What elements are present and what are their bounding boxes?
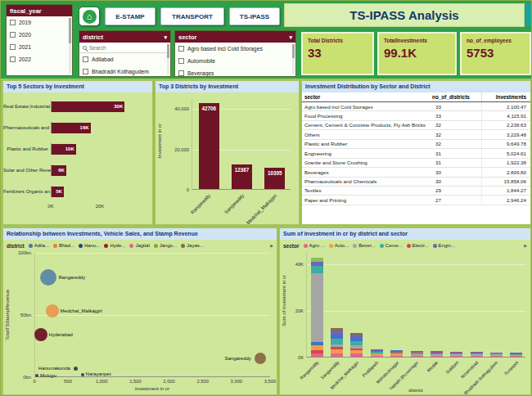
scrollbar[interactable]: [292, 44, 295, 74]
table-row[interactable]: Cement, Cement & Concrete Products, Fly …: [302, 121, 530, 130]
bar-segment[interactable]: [311, 353, 323, 357]
fiscal-year-option[interactable]: 2022: [7, 53, 72, 65]
legend-item[interactable]: Jayas...: [181, 243, 204, 248]
checkbox-icon[interactable]: [10, 44, 16, 50]
table-row[interactable]: Engineering315,024.61: [302, 149, 530, 158]
sector-option[interactable]: Agro based incl Cold Storages: [175, 43, 295, 55]
table-row[interactable]: Granite and Stone Crushing311,922.38: [302, 159, 530, 168]
tsipass-nav-button[interactable]: TS-IPASS: [229, 7, 280, 25]
chevron-down-icon[interactable]: ▾: [164, 34, 167, 40]
legend-scroll-arrow-icon[interactable]: ▶: [270, 243, 273, 248]
bar[interactable]: 12367: [232, 164, 252, 190]
bar-segment[interactable]: [390, 356, 403, 357]
data-point[interactable]: [34, 328, 47, 341]
column-header[interactable]: Investments: [481, 92, 530, 101]
bar[interactable]: 6K: [52, 165, 66, 176]
sector-option[interactable]: Automobile: [175, 55, 295, 67]
scrollbar-thumb[interactable]: [292, 44, 295, 58]
stacked-bar[interactable]: [350, 333, 363, 358]
data-point[interactable]: [255, 353, 266, 364]
district-slicer-header[interactable]: district ▾: [79, 31, 170, 43]
checkbox-icon[interactable]: [10, 20, 16, 25]
legend-item[interactable]: Adila...: [29, 243, 49, 248]
fiscal-year-slicer-header[interactable]: fiscal_year: [7, 5, 72, 16]
bar[interactable]: 42706: [199, 103, 219, 189]
fiscal-year-option[interactable]: 2019: [7, 16, 72, 29]
legend-item[interactable]: Auto...: [329, 243, 349, 248]
legend-item[interactable]: Bhad...: [53, 243, 74, 248]
table-row[interactable]: Agro based incl Cold Storages332,100.47: [302, 102, 530, 111]
table-row[interactable]: Beverages302,809.80: [302, 168, 530, 177]
stacked-bar[interactable]: [331, 328, 343, 357]
bar-segment[interactable]: [331, 339, 343, 344]
checkbox-icon[interactable]: [178, 46, 184, 52]
stacked-bar[interactable]: [371, 349, 383, 357]
scrollbar[interactable]: [69, 18, 71, 74]
bar-segment[interactable]: [371, 356, 383, 357]
stacked-bar[interactable]: [490, 353, 503, 357]
bar-segment[interactable]: [311, 266, 323, 273]
legend-item[interactable]: Jagtial: [129, 243, 149, 248]
data-point[interactable]: [74, 367, 78, 371]
data-point[interactable]: [35, 374, 38, 377]
estamp-nav-button[interactable]: E-STAMP: [105, 7, 156, 25]
checkbox-icon[interactable]: [10, 56, 16, 62]
table-row[interactable]: Food Processing334,115.91: [302, 111, 530, 120]
legend-scroll-arrow-icon[interactable]: ▶: [524, 243, 527, 248]
stacked-bar[interactable]: [510, 353, 522, 357]
district-option[interactable]: Bhadradri Kothagudem: [79, 65, 170, 77]
table-row[interactable]: Paper and Printing272,946.24: [302, 196, 530, 205]
stacked-bar[interactable]: [431, 351, 443, 357]
transport-nav-button[interactable]: TRANSPORT: [160, 7, 224, 25]
data-point[interactable]: [40, 269, 56, 286]
bar-segment[interactable]: [450, 356, 462, 357]
scrollbar-thumb[interactable]: [167, 44, 169, 58]
table-row[interactable]: Others323,229.48: [302, 130, 530, 139]
legend-item[interactable]: Agro ...: [304, 243, 325, 248]
table-row[interactable]: Pharmaceuticals and Chemicals3015,858.06: [302, 178, 530, 187]
stacked-bar[interactable]: [471, 352, 483, 357]
district-option[interactable]: Adilabad: [79, 53, 170, 65]
bar[interactable]: 10K: [52, 144, 76, 155]
column-header[interactable]: no_of_districts: [429, 92, 481, 101]
fiscal-year-option[interactable]: 2020: [7, 29, 72, 41]
data-point[interactable]: [46, 304, 59, 317]
bar-segment[interactable]: [331, 353, 343, 357]
bar-segment[interactable]: [471, 356, 483, 357]
legend-item[interactable]: Hanu...: [79, 243, 100, 248]
chevron-down-icon[interactable]: ▾: [289, 34, 292, 40]
stacked-bar[interactable]: [311, 258, 323, 357]
home-button[interactable]: ⌂: [79, 7, 100, 26]
checkbox-icon[interactable]: [83, 69, 88, 74]
legend-item[interactable]: Hyde...: [104, 243, 125, 248]
scrollbar[interactable]: [167, 44, 169, 74]
scrollbar-thumb[interactable]: [69, 18, 71, 43]
fiscal-year-option[interactable]: 2021: [7, 41, 72, 53]
stacked-bar[interactable]: [411, 351, 423, 357]
bar-segment[interactable]: [350, 353, 363, 357]
district-search-input[interactable]: [89, 45, 155, 51]
bar-segment[interactable]: [311, 273, 323, 342]
legend-item[interactable]: Bever...: [353, 243, 375, 248]
legend-item[interactable]: Electr...: [407, 243, 429, 248]
bar[interactable]: 30K: [52, 101, 124, 112]
checkbox-icon[interactable]: [178, 70, 184, 76]
table-row[interactable]: Textiles291,844.27: [302, 187, 530, 196]
bar[interactable]: 5K: [52, 187, 64, 197]
column-header[interactable]: sector: [302, 92, 429, 101]
bar-segment[interactable]: [510, 356, 522, 357]
sector-slicer-header[interactable]: sector ▾: [175, 31, 295, 43]
data-point[interactable]: [81, 373, 84, 376]
bar-segment[interactable]: [411, 356, 423, 357]
checkbox-icon[interactable]: [178, 58, 184, 64]
bar-segment[interactable]: [490, 356, 503, 357]
legend-item[interactable]: Ceme...: [380, 243, 403, 248]
table-row[interactable]: Plastic and Rubber329,649.78: [302, 140, 530, 149]
legend-item[interactable]: Engin...: [433, 243, 455, 248]
bar-segment[interactable]: [431, 356, 443, 357]
stacked-bar[interactable]: [450, 352, 462, 357]
bar[interactable]: 10395: [264, 168, 285, 189]
stacked-bar[interactable]: [390, 350, 403, 357]
sector-option[interactable]: Beverages: [175, 67, 295, 77]
checkbox-icon[interactable]: [10, 32, 16, 38]
